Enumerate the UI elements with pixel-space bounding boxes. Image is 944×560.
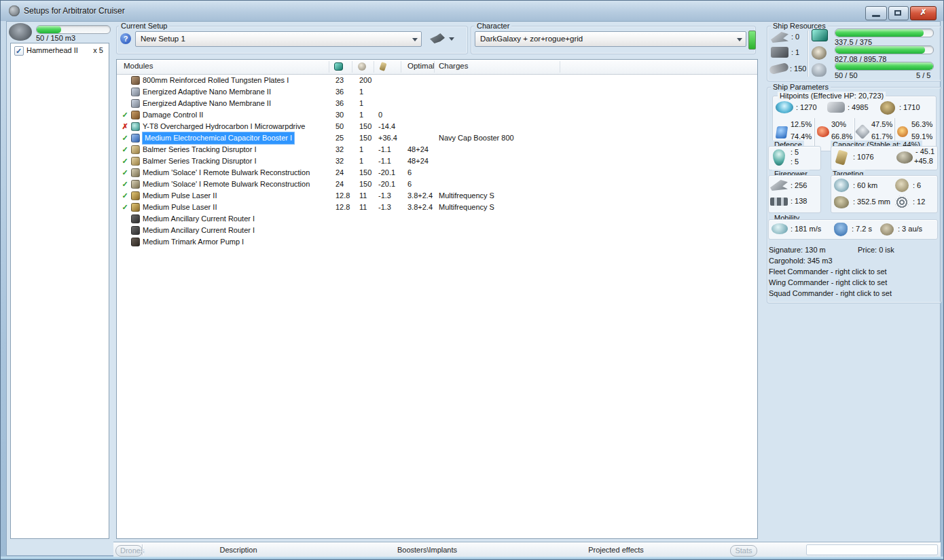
targeting-range-value: : 60 km xyxy=(853,181,877,189)
powergrid-column-icon xyxy=(358,62,366,71)
mobility-panel: : 181 m/s : 7.2 s : 3 au/s xyxy=(768,219,938,240)
window-title: Setups for Arbitrator Cruiser xyxy=(24,6,125,16)
module-type-icon xyxy=(131,111,140,119)
cpu-column-icon xyxy=(334,62,343,71)
ship-menu-caret-icon[interactable] xyxy=(449,37,454,41)
volley-value: : 256 xyxy=(791,181,807,189)
cap-booster-icon xyxy=(896,151,913,164)
drone-bay-bar xyxy=(36,25,111,34)
module-row[interactable]: ✓ Medium Electrochemical Capacitor Boost… xyxy=(117,132,757,144)
capacitor-icon xyxy=(835,149,848,165)
fleet-commander-line[interactable]: Fleet Commander - right click to set xyxy=(769,267,887,276)
module-name: Medium Electrochemical Capacitor Booster… xyxy=(143,132,294,144)
bottom-tab[interactable]: Projected effects xyxy=(522,546,710,554)
app-icon xyxy=(9,5,20,16)
optimal-column-header: Optimal xyxy=(407,62,435,70)
module-row[interactable]: ✓ Balmer Series Tracking Disruptor I 32 … xyxy=(117,144,757,155)
module-row[interactable]: ✓ Medium 'Solace' I Remote Bulwark Recon… xyxy=(117,179,757,190)
capacitor-column-icon xyxy=(379,62,386,71)
drone-capacity-value: 50 / 50 xyxy=(835,71,858,79)
squad-commander-line[interactable]: Squad Commander - right click to set xyxy=(769,289,892,297)
module-cpu-value: 25 xyxy=(335,132,344,144)
module-row[interactable]: Energized Adaptive Nano Membrane II 36 1 xyxy=(117,86,757,98)
dps-value: : 138 xyxy=(791,197,807,205)
launcher-hardpoints-icon xyxy=(771,47,788,58)
module-cap-value: -1.3 xyxy=(378,190,391,202)
help-icon[interactable]: ? xyxy=(120,33,131,44)
capacitor-drain: - 45.1 xyxy=(915,147,934,155)
modules-column-header: Modules xyxy=(124,62,153,70)
module-row[interactable]: Medium Trimark Armor Pump I xyxy=(117,236,757,248)
module-cap-value: -1.1 xyxy=(378,144,391,155)
chevron-down-icon xyxy=(412,38,418,41)
module-row[interactable]: ✓ Medium Pulse Laser II 12.8 11 -1.3 3.8… xyxy=(117,202,757,213)
modules-table[interactable]: Modules Optimal Charges 800mm Reinforced… xyxy=(116,59,758,539)
bottom-tab[interactable]: Description xyxy=(145,546,332,554)
drone-list-item[interactable]: Hammerhead II x 5 xyxy=(11,45,109,56)
bottom-tab-label: Description xyxy=(219,546,257,554)
module-cap-value: -20.1 xyxy=(378,179,395,190)
module-cap-value: +36.4 xyxy=(378,132,397,144)
module-type-icon xyxy=(131,168,140,177)
module-status-icon: ✓ xyxy=(120,144,130,155)
module-name: Energized Adaptive Nano Membrane II xyxy=(143,86,271,98)
bottom-tab[interactable]: Boosters\Implants xyxy=(333,546,521,554)
module-name: Medium Pulse Laser II xyxy=(143,202,217,213)
maximize-button[interactable] xyxy=(888,6,909,20)
wing-commander-line[interactable]: Wing Commander - right click to set xyxy=(769,278,887,286)
setup-combobox[interactable]: New Setup 1 xyxy=(135,31,422,47)
max-targets-value: : 6 xyxy=(913,181,921,189)
module-cpu-value: 24 xyxy=(335,167,344,179)
module-optimal-value: 6 xyxy=(407,167,412,179)
drones-button[interactable]: Drones xyxy=(115,545,143,557)
module-type-icon xyxy=(131,134,140,143)
powergrid-bar xyxy=(835,45,934,54)
armor-hp-value: : 4985 xyxy=(848,103,869,111)
resist-icon xyxy=(897,126,908,137)
resist-top-value: 47.5% xyxy=(871,120,892,128)
module-row[interactable]: ✗ Y-T8 Overcharged Hydrocarbon I Microwa… xyxy=(117,121,757,132)
character-combobox-value: DarkGalaxy + zor+rogue+grid xyxy=(480,35,583,43)
module-cap-value: -1.1 xyxy=(378,155,391,167)
module-powergrid-value: 150 xyxy=(359,121,371,132)
module-optimal-value: 48+24 xyxy=(407,155,429,167)
module-row[interactable]: Medium Ancillary Current Router I xyxy=(117,225,757,236)
drone-checkbox[interactable] xyxy=(14,46,24,56)
module-row[interactable]: ✓ Medium Pulse Laser II 12.8 11 -1.3 3.8… xyxy=(117,190,757,202)
maximize-icon xyxy=(894,10,901,16)
sensor-strength-icon xyxy=(895,195,909,209)
stats-button[interactable]: Stats xyxy=(730,545,757,557)
warp-speed-icon xyxy=(880,223,894,236)
module-type-icon xyxy=(131,214,140,223)
module-powergrid-value: 150 xyxy=(359,167,371,179)
module-row[interactable]: Medium Ancillary Current Router I xyxy=(117,213,757,225)
shield-hp-icon xyxy=(776,101,793,113)
module-status-icon: ✓ xyxy=(120,155,130,167)
shield-hp-value: : 1270 xyxy=(796,103,817,111)
minimize-button[interactable] xyxy=(865,6,887,20)
defence-value-1: : 5 xyxy=(791,148,799,156)
max-velocity-icon xyxy=(771,223,788,234)
module-cap-value: -1.3 xyxy=(378,202,391,213)
title-bar[interactable]: Setups for Arbitrator Cruiser ✗ xyxy=(1,1,943,21)
module-row[interactable]: ✓ Balmer Series Tracking Disruptor I 32 … xyxy=(117,155,757,167)
align-time-icon xyxy=(834,223,848,236)
module-type-icon xyxy=(131,157,140,166)
module-status-icon: ✗ xyxy=(120,121,130,132)
close-button[interactable]: ✗ xyxy=(910,6,937,20)
module-optimal-value: 6 xyxy=(407,179,412,190)
scan-resolution-icon xyxy=(834,196,849,208)
module-name: Medium 'Solace' I Remote Bulwark Reconst… xyxy=(143,179,310,190)
module-row[interactable]: 800mm Reinforced Rolled Tungsten Plates … xyxy=(117,75,757,86)
drone-list[interactable]: Hammerhead II x 5 xyxy=(10,43,109,539)
module-row[interactable]: ✓ Medium 'Solace' I Remote Bulwark Recon… xyxy=(117,167,757,179)
module-cap-value: -20.1 xyxy=(378,167,395,179)
module-type-icon xyxy=(131,122,140,131)
module-status-icon: ✓ xyxy=(120,132,130,144)
module-row[interactable]: Energized Adaptive Nano Membrane II 36 1 xyxy=(117,98,757,109)
capacitor-panel: : 1076 - 45.1 +45.8 xyxy=(831,146,938,170)
character-combobox[interactable]: DarkGalaxy + zor+rogue+grid xyxy=(475,31,746,47)
module-cpu-value: 32 xyxy=(335,155,344,167)
module-row[interactable]: ✓ Damage Control II 30 1 0 xyxy=(117,109,757,121)
module-powergrid-value: 1 xyxy=(359,155,363,167)
